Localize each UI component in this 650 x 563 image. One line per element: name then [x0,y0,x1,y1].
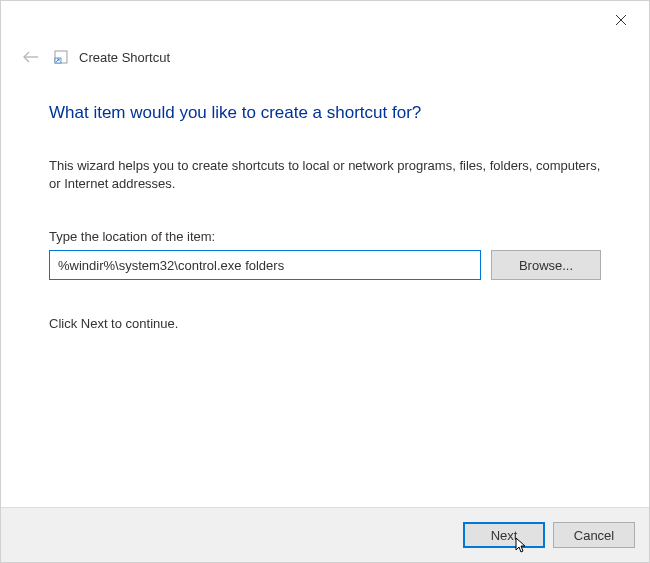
page-heading: What item would you like to create a sho… [49,103,601,123]
location-input-row: Browse... [49,250,601,280]
content-area: What item would you like to create a sho… [1,75,649,331]
description-text: This wizard helps you to create shortcut… [49,157,601,193]
cancel-button[interactable]: Cancel [553,522,635,548]
footer: Next Cancel [1,507,649,562]
close-icon [615,14,627,26]
header-row: Create Shortcut [1,39,649,75]
close-button[interactable] [601,5,641,35]
titlebar [1,1,649,39]
back-arrow-icon [23,51,39,63]
location-label: Type the location of the item: [49,229,601,244]
next-button[interactable]: Next [463,522,545,548]
shortcut-icon [53,49,69,65]
header-title: Create Shortcut [79,50,170,65]
continue-text: Click Next to continue. [49,316,601,331]
create-shortcut-dialog: Create Shortcut What item would you like… [0,0,650,563]
back-button[interactable] [19,45,43,69]
location-input[interactable] [49,250,481,280]
browse-button[interactable]: Browse... [491,250,601,280]
